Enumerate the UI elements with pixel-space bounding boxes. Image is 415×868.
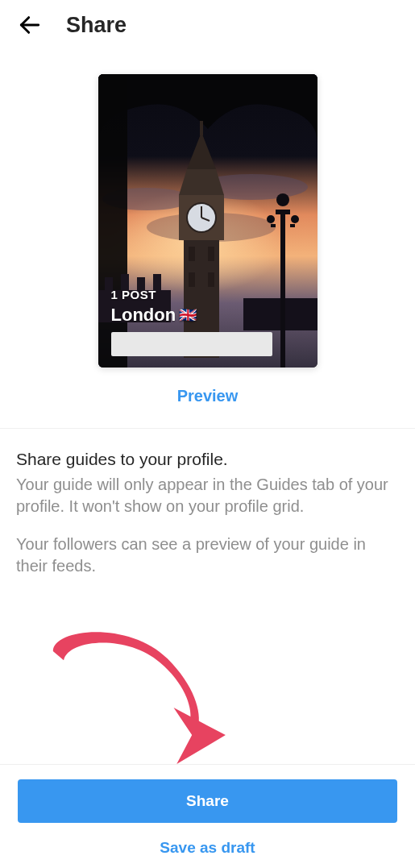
svg-point-28 [276,193,289,206]
svg-rect-24 [189,272,195,287]
post-count: 1 POST [111,288,305,301]
guide-cover[interactable]: 1 POST London 🇬🇧 [98,74,317,368]
svg-point-31 [267,215,275,223]
info-body: Your guide will only appear in the Guide… [16,474,399,577]
svg-rect-30 [290,224,295,227]
bottom-actions: Share Save as draft [0,764,415,868]
share-button[interactable]: Share [18,779,397,823]
flag-icon: 🇬🇧 [179,306,197,324]
guide-title: London 🇬🇧 [111,305,305,326]
back-icon[interactable] [16,11,44,39]
svg-point-32 [291,215,299,223]
page-header: Share [0,0,415,52]
svg-rect-21 [200,121,203,135]
svg-rect-23 [208,247,214,261]
svg-rect-27 [276,210,290,214]
info-heading: Share guides to your profile. [16,450,399,469]
info-body-2: Your followers can see a preview of your… [16,534,399,577]
svg-rect-22 [189,247,195,261]
svg-rect-29 [271,224,276,227]
svg-marker-33 [173,708,225,764]
cover-text: 1 POST London 🇬🇧 [111,288,305,356]
svg-rect-25 [208,272,214,287]
save-draft-button[interactable]: Save as draft [18,823,397,860]
annotation-arrow-icon [32,621,242,766]
guide-description-placeholder [111,332,272,356]
info-body-1: Your guide will only appear in the Guide… [16,474,399,517]
info-block: Share guides to your profile. Your guide… [0,429,415,593]
page-title: Share [66,13,127,38]
preview-link[interactable]: Preview [177,387,239,405]
preview-section: 1 POST London 🇬🇧 Preview [0,52,415,428]
guide-title-text: London [111,305,176,326]
